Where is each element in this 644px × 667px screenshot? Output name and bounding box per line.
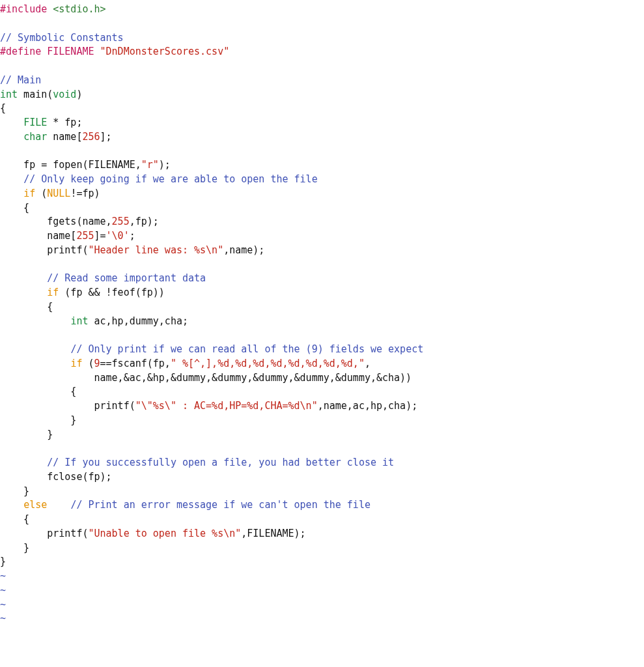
code-token: { (0, 102, 6, 114)
code-token: ,FILENAME); (241, 528, 305, 539)
code-line: // Only keep going if we are able to ope… (0, 173, 644, 187)
code-token: fp = fopen(FILENAME, (0, 159, 141, 171)
code-token: ]; (100, 131, 112, 143)
code-line: name[255]='\0'; (0, 229, 644, 244)
code-token: ); (159, 159, 171, 171)
code-token: 255 (112, 216, 130, 227)
code-token: name,&ac,&hp,&dummy,&dummy,&dummy,&dummy… (0, 372, 412, 384)
code-token: ) (76, 89, 82, 100)
code-token: // If you successfully open a file, you … (47, 457, 394, 468)
code-token: FILE (23, 117, 47, 128)
code-line: { (0, 513, 644, 527)
code-token: name[ (0, 230, 76, 242)
code-line: int ac,hp,dummy,cha; (0, 315, 644, 329)
code-token: } (0, 542, 29, 554)
code-line: ~ (0, 598, 644, 612)
code-line: fp = fopen(FILENAME,"r"); (0, 158, 644, 173)
code-token: { (0, 386, 76, 397)
code-token: // Symbolic Constants (0, 32, 124, 44)
code-line (0, 442, 644, 456)
code-token: ]= (94, 230, 106, 242)
code-token: // Print an error message if we can't op… (70, 499, 371, 511)
code-token: ,fp); (130, 216, 159, 227)
code-line: { (0, 201, 644, 216)
code-token: printf( (0, 528, 88, 539)
code-line: printf("\"%s\" : AC=%d,HP=%d,CHA=%d\n",n… (0, 399, 644, 414)
code-line: fgets(name,255,fp); (0, 215, 644, 229)
code-line: } (0, 485, 644, 499)
code-editor[interactable]: #include <stdio.h> // Symbolic Constants… (0, 0, 644, 626)
code-token: 9 (94, 358, 100, 369)
code-line (0, 59, 644, 74)
code-token: " %[^,],%d,%d,%d,%d,%d,%d,%d,%d," (171, 358, 365, 369)
code-line (0, 328, 644, 343)
code-token: printf( (0, 400, 135, 412)
code-token: '\0' (106, 230, 130, 242)
code-token: char (23, 131, 47, 143)
code-token: int (70, 315, 88, 327)
code-token: ~ (0, 612, 6, 624)
code-token: // Main (0, 74, 41, 86)
code-token: 255 (76, 230, 94, 242)
code-line: ~ (0, 584, 644, 598)
code-token: ; (130, 230, 135, 242)
code-token: fgets(name, (0, 216, 112, 227)
code-line: ~ (0, 569, 644, 584)
code-token: if (47, 287, 59, 298)
code-line: { (0, 385, 644, 399)
code-token (0, 499, 23, 511)
code-token: // Read some important data (47, 272, 206, 284)
code-token: ~ (0, 599, 6, 610)
code-line (0, 17, 644, 31)
code-token: { (0, 202, 29, 214)
code-line: fclose(fp); (0, 470, 644, 485)
code-line (0, 258, 644, 272)
code-token: ~ (0, 570, 6, 582)
code-line: if (NULL!=fp) (0, 187, 644, 201)
code-token: * fp; (47, 117, 82, 128)
code-token: ~ (0, 584, 6, 596)
code-token: ,name,ac,hp,cha); (318, 400, 418, 412)
code-line: int main(void) (0, 88, 644, 102)
code-token (0, 117, 23, 128)
code-token: ( (82, 358, 94, 369)
code-token: } (0, 429, 53, 440)
code-token: name[ (47, 131, 82, 143)
code-token: NULL (47, 188, 70, 199)
code-token: "DnDMonsterScores.csv" (100, 46, 230, 57)
code-line: printf("Header line was: %s\n",name); (0, 244, 644, 258)
code-token (0, 287, 47, 298)
code-token: } (0, 556, 6, 567)
code-line (0, 145, 644, 159)
code-token: else (23, 499, 47, 511)
code-token: // Only print if we can read all of the … (70, 343, 423, 355)
code-token: ==fscanf(fp, (100, 358, 171, 369)
code-token: int (0, 89, 18, 100)
code-line: } (0, 541, 644, 556)
code-token (0, 315, 70, 327)
code-token: "Header line was: %s\n" (88, 244, 223, 256)
code-token: ac,hp,dummy,cha; (88, 315, 188, 327)
code-line: // Only print if we can read all of the … (0, 343, 644, 357)
code-line: { (0, 300, 644, 315)
code-token (0, 131, 23, 143)
code-token: , (365, 358, 371, 369)
code-line: // Symbolic Constants (0, 31, 644, 46)
code-token: } (0, 414, 76, 426)
code-line: // Read some important data (0, 272, 644, 286)
code-token: if (23, 188, 35, 199)
code-line: } (0, 428, 644, 442)
code-token: #include (0, 3, 53, 15)
code-line: if (fp && !feof(fp)) (0, 286, 644, 300)
code-token: "r" (141, 159, 159, 171)
code-line: { (0, 102, 644, 116)
code-token: !=fp) (70, 188, 100, 199)
code-token (0, 358, 70, 369)
code-token: printf( (0, 244, 88, 256)
code-line: printf("Unable to open file %s\n",FILENA… (0, 527, 644, 541)
code-token: if (70, 358, 82, 369)
code-token: (fp && !feof(fp)) (59, 287, 165, 298)
code-token (0, 272, 47, 284)
code-token: <stdio.h> (53, 3, 105, 15)
code-line: #define FILENAME "DnDMonsterScores.csv" (0, 45, 644, 59)
